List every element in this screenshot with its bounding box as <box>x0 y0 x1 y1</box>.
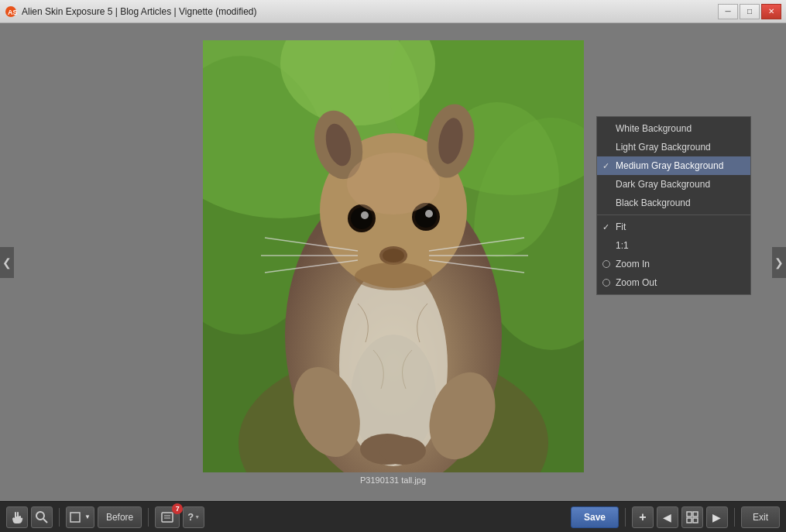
save-label: Save <box>584 512 606 523</box>
svg-point-39 <box>36 512 44 520</box>
svg-rect-42 <box>162 513 173 522</box>
menu-item-black-bg[interactable]: Black Background <box>597 194 750 212</box>
close-button[interactable]: ✕ <box>761 4 781 19</box>
prev-image-arrow[interactable]: ❮ <box>0 247 14 278</box>
hand-icon <box>11 511 23 523</box>
menu-item-light-gray-bg-label: Light Gray Background <box>616 142 711 153</box>
image-filename: P3190131 tall.jpg <box>360 475 426 485</box>
svg-rect-48 <box>693 518 698 523</box>
menu-item-white-bg-label: White Background <box>616 123 692 134</box>
zoom-out-icon <box>602 279 610 287</box>
view-mode-dropdown-arrow: ▼ <box>84 513 91 520</box>
window-controls: ─ □ ✕ <box>718 4 781 19</box>
help-icon: ? <box>187 511 194 523</box>
prev-button[interactable]: ◀ <box>657 506 678 528</box>
toolbar-separator-1 <box>59 508 60 527</box>
add-icon: + <box>639 510 646 524</box>
app-icon: AS <box>5 5 17 18</box>
help-dropdown-arrow: ▼ <box>194 514 200 520</box>
menu-item-zoom-out[interactable]: Zoom Out <box>597 273 750 292</box>
menu-item-medium-gray-bg-label: Medium Gray Background <box>616 160 723 171</box>
view-mode-icon <box>70 512 81 523</box>
svg-point-36 <box>379 437 426 465</box>
save-button[interactable]: Save <box>571 506 619 528</box>
view-mode-button[interactable]: ▼ <box>66 506 94 528</box>
maximize-button[interactable]: □ <box>740 4 760 19</box>
next-button[interactable]: ▶ <box>706 506 728 528</box>
menu-item-white-bg[interactable]: White Background <box>597 119 750 138</box>
svg-point-20 <box>351 208 372 229</box>
add-button[interactable]: + <box>632 506 654 528</box>
presets-badge: 7 <box>172 503 183 514</box>
before-button[interactable]: Before <box>98 506 142 528</box>
context-menu: White Background Light Gray Background ✓… <box>596 116 751 295</box>
zoom-in-icon <box>602 260 610 268</box>
toolbar-separator-2 <box>148 508 149 527</box>
title-left: AS Alien Skin Exposure 5 | Blog Articles… <box>5 5 257 18</box>
toolbar-separator-3 <box>625 508 626 527</box>
zoom-tool-button[interactable] <box>31 506 53 528</box>
menu-item-fit-label: Fit <box>616 221 626 232</box>
svg-rect-41 <box>70 513 80 522</box>
svg-point-24 <box>425 210 433 218</box>
svg-rect-47 <box>687 518 692 523</box>
toolbar-separator-4 <box>734 508 735 527</box>
presets-button-wrap: 7 <box>155 506 180 528</box>
svg-rect-46 <box>693 512 698 517</box>
main-canvas: ❮ <box>0 23 786 501</box>
loupe-icon <box>36 511 48 523</box>
next-icon: ▶ <box>712 511 721 523</box>
next-image-arrow[interactable]: ❯ <box>772 247 786 278</box>
exit-label: Exit <box>753 512 768 523</box>
fit-check-icon: ✓ <box>602 222 609 232</box>
minimize-button[interactable]: ─ <box>718 4 738 19</box>
grid-icon <box>686 511 698 523</box>
svg-point-37 <box>347 153 440 215</box>
menu-item-dark-gray-bg-label: Dark Gray Background <box>616 179 710 190</box>
menu-item-dark-gray-bg[interactable]: Dark Gray Background <box>597 175 750 194</box>
image-container: P3190131 tall.jpg <box>203 40 584 485</box>
menu-item-fit[interactable]: ✓ Fit <box>597 218 750 236</box>
photo-frame <box>203 40 584 472</box>
svg-text:AS: AS <box>8 9 17 16</box>
toolbar: ▼ Before 7 ? ▼ Save + ◀ <box>0 501 786 532</box>
check-icon: ✓ <box>602 161 609 171</box>
grid-button[interactable] <box>681 506 703 528</box>
svg-rect-45 <box>687 512 692 517</box>
menu-item-zoom-out-label: Zoom Out <box>616 277 657 288</box>
svg-point-26 <box>383 249 404 263</box>
prev-icon: ◀ <box>663 511 671 523</box>
menu-item-medium-gray-bg[interactable]: ✓ Medium Gray Background <box>597 156 750 175</box>
presets-icon <box>161 511 173 523</box>
window-title: Alien Skin Exposure 5 | Blog Articles | … <box>22 6 257 17</box>
help-button[interactable]: ? ▼ <box>183 506 204 528</box>
menu-separator-1 <box>597 215 750 215</box>
svg-point-38 <box>355 263 432 290</box>
hand-tool-button[interactable] <box>6 506 28 528</box>
menu-item-black-bg-label: Black Background <box>616 197 691 208</box>
svg-line-40 <box>43 519 47 523</box>
menu-item-light-gray-bg[interactable]: Light Gray Background <box>597 138 750 156</box>
menu-item-1to1[interactable]: 1:1 <box>597 236 750 255</box>
menu-item-zoom-in[interactable]: Zoom In <box>597 255 750 273</box>
photo-image <box>203 40 584 472</box>
title-bar: AS Alien Skin Exposure 5 | Blog Articles… <box>0 0 786 23</box>
menu-item-1to1-label: 1:1 <box>616 240 629 251</box>
before-label: Before <box>106 512 133 523</box>
svg-point-21 <box>361 211 369 219</box>
exit-button[interactable]: Exit <box>741 506 780 528</box>
menu-item-zoom-in-label: Zoom In <box>616 259 650 269</box>
